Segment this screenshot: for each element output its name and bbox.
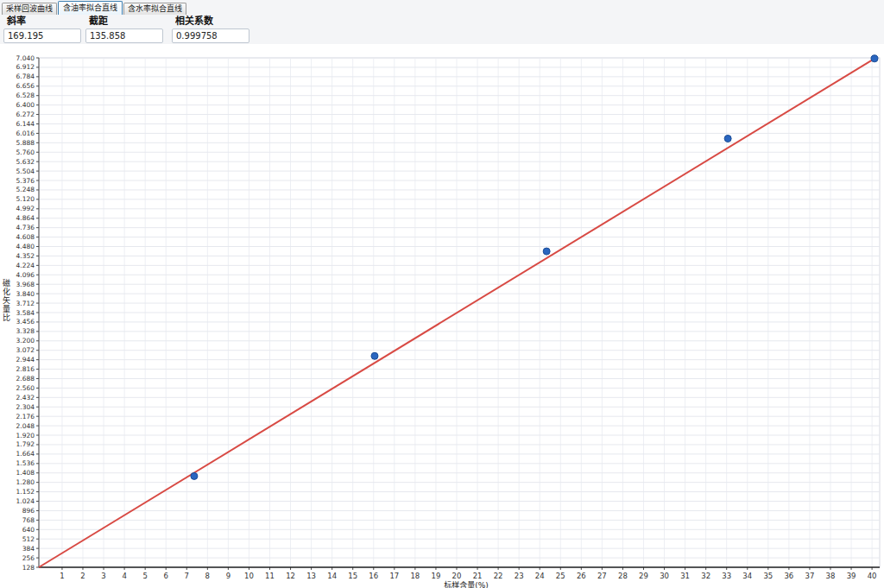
- x-tick-label: 12: [286, 572, 295, 580]
- y-tick-label: 768: [22, 516, 35, 524]
- x-tick-label: 21: [473, 572, 483, 580]
- x-tick-label: 8: [205, 572, 210, 580]
- app-window: 采样回波曲线 含油率拟合直线 含水率拟合直线 斜率 截距 相关系数 123456…: [0, 0, 884, 588]
- x-tick-label: 30: [660, 572, 669, 580]
- slope-field: 斜率: [3, 13, 81, 43]
- x-tick-label: 36: [784, 572, 793, 580]
- y-tick-label: 512: [22, 535, 35, 543]
- y-tick-label: 4.864: [16, 214, 35, 222]
- y-tick-label: 5.760: [16, 149, 35, 156]
- x-tick-label: 40: [868, 572, 877, 580]
- correlation-field: 相关系数: [172, 13, 249, 43]
- y-tick-label: 896: [22, 507, 35, 515]
- x-tick-label: 34: [742, 572, 752, 580]
- x-axis-title: 标样含量(%): [444, 580, 489, 588]
- x-tick-label: 3: [101, 572, 105, 580]
- y-tick-label: 4.224: [16, 262, 35, 269]
- y-tick-label: 7.040: [16, 54, 35, 62]
- x-tick-label: 28: [618, 572, 628, 580]
- y-tick-label: 5.120: [16, 195, 35, 203]
- y-tick-label: 5.632: [16, 158, 35, 166]
- y-tick-label: 6.912: [16, 63, 35, 71]
- data-point[interactable]: [871, 55, 878, 62]
- tab-oil-fit-line[interactable]: 含油率拟合直线: [58, 1, 123, 15]
- y-tick-label: 1.024: [16, 497, 35, 505]
- y-tick-label: 1.152: [16, 488, 35, 496]
- x-tick-label: 13: [306, 572, 316, 580]
- y-tick-label: 1.536: [16, 459, 35, 467]
- x-tick-label: 22: [494, 572, 503, 580]
- intercept-input[interactable]: [85, 28, 163, 43]
- y-tick-label: 3.968: [16, 281, 35, 288]
- x-tick-label: 18: [410, 572, 420, 580]
- chart-svg[interactable]: 1234567891011121314151617181920212223242…: [0, 44, 884, 588]
- y-tick-label: 1.920: [16, 432, 35, 439]
- y-tick-label: 640: [22, 526, 35, 534]
- y-tick-label: 4.480: [16, 243, 35, 250]
- x-tick-label: 29: [639, 572, 648, 580]
- calibration-chart[interactable]: 1234567891011121314151617181920212223242…: [0, 44, 884, 588]
- y-tick-label: 6.656: [16, 82, 35, 90]
- control-panel: 采样回波曲线 含油率拟合直线 含水率拟合直线 斜率 截距 相关系数: [0, 0, 884, 44]
- x-tick-label: 33: [722, 572, 731, 580]
- y-tick-label: 2.432: [16, 394, 35, 401]
- y-tick-label: 3.328: [16, 327, 35, 335]
- x-tick-label: 19: [432, 572, 441, 580]
- y-tick-label: 6.528: [16, 92, 35, 99]
- slope-input[interactable]: [3, 28, 81, 43]
- x-tick-label: 11: [265, 572, 275, 580]
- y-tick-label: 1.664: [16, 450, 35, 458]
- x-tick-label: 16: [369, 572, 378, 580]
- x-tick-label: 17: [389, 572, 399, 580]
- x-tick-label: 14: [327, 572, 337, 580]
- x-tick-label: 9: [226, 572, 230, 580]
- x-tick-label: 2: [80, 572, 85, 580]
- y-tick-label: 3.200: [16, 337, 35, 345]
- x-tick-label: 24: [535, 572, 545, 580]
- data-point[interactable]: [724, 135, 731, 142]
- y-tick-label: 4.736: [16, 224, 35, 231]
- x-tick-label: 26: [577, 572, 586, 580]
- x-tick-label: 25: [556, 572, 565, 580]
- x-tick-label: 27: [597, 572, 607, 580]
- y-tick-label: 256: [22, 554, 35, 562]
- x-tick-label: 35: [763, 572, 773, 580]
- y-tick-label: 384: [22, 545, 35, 553]
- y-tick-label: 1.792: [16, 440, 35, 448]
- y-tick-label: 5.888: [16, 139, 35, 147]
- y-tick-label: 4.992: [16, 205, 35, 212]
- data-point[interactable]: [371, 352, 378, 359]
- y-tick-label: 128: [22, 564, 35, 572]
- correlation-label: 相关系数: [172, 13, 249, 27]
- y-tick-label: 5.248: [16, 186, 35, 193]
- y-tick-label: 2.688: [16, 375, 35, 383]
- x-tick-label: 5: [142, 572, 147, 580]
- y-tick-label: 6.272: [16, 111, 35, 118]
- x-tick-label: 20: [452, 572, 462, 580]
- x-tick-label: 15: [348, 572, 357, 580]
- x-tick-label: 4: [122, 572, 126, 580]
- x-tick-label: 32: [701, 572, 710, 580]
- y-tick-label: 1.408: [16, 469, 35, 477]
- y-tick-label: 4.608: [16, 233, 35, 241]
- x-tick-label: 7: [185, 572, 189, 580]
- x-tick-label: 1: [60, 572, 64, 580]
- y-tick-label: 4.096: [16, 271, 35, 279]
- intercept-label: 截距: [85, 13, 163, 27]
- y-tick-label: 6.016: [16, 130, 35, 137]
- y-tick-label: 6.784: [16, 73, 35, 80]
- y-tick-label: 3.072: [16, 346, 35, 354]
- correlation-input[interactable]: [172, 28, 249, 43]
- y-tick-label: 3.456: [16, 318, 35, 326]
- slope-label: 斜率: [3, 13, 81, 27]
- x-tick-label: 6: [164, 572, 168, 580]
- x-tick-label: 39: [847, 572, 856, 580]
- y-tick-label: 2.816: [16, 365, 35, 373]
- x-tick-label: 10: [244, 572, 254, 580]
- data-point[interactable]: [191, 472, 198, 479]
- y-tick-label: 2.048: [16, 422, 35, 430]
- y-axis-title: 磁化矢量比: [2, 279, 12, 322]
- data-point[interactable]: [543, 248, 550, 255]
- y-tick-label: 6.400: [16, 101, 35, 109]
- y-tick-label: 2.304: [16, 403, 35, 411]
